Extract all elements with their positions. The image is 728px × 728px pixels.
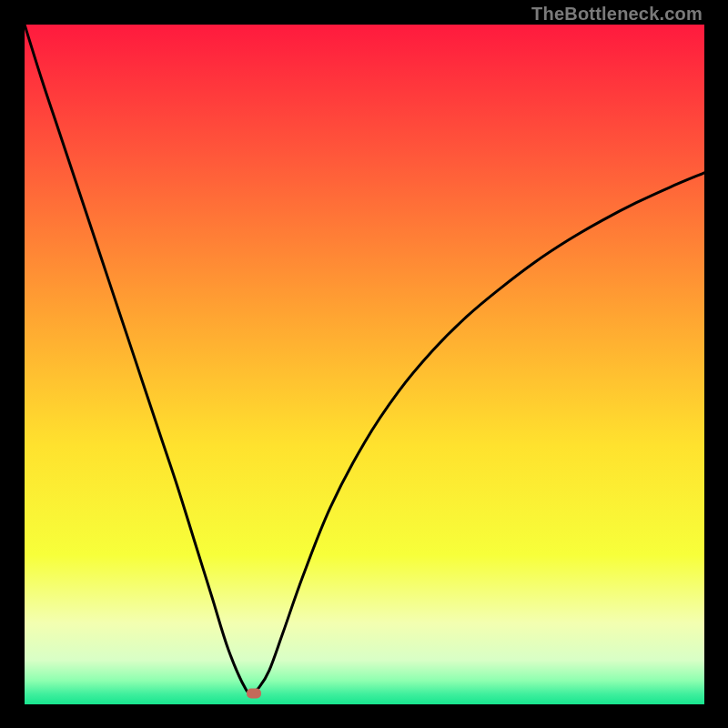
optimal-point-marker <box>247 689 261 699</box>
plot-area <box>25 25 704 704</box>
chart-frame: { "watermark": "TheBottleneck.com", "cha… <box>0 0 728 728</box>
watermark-label: TheBottleneck.com <box>531 4 703 25</box>
bottleneck-curve <box>25 25 704 704</box>
